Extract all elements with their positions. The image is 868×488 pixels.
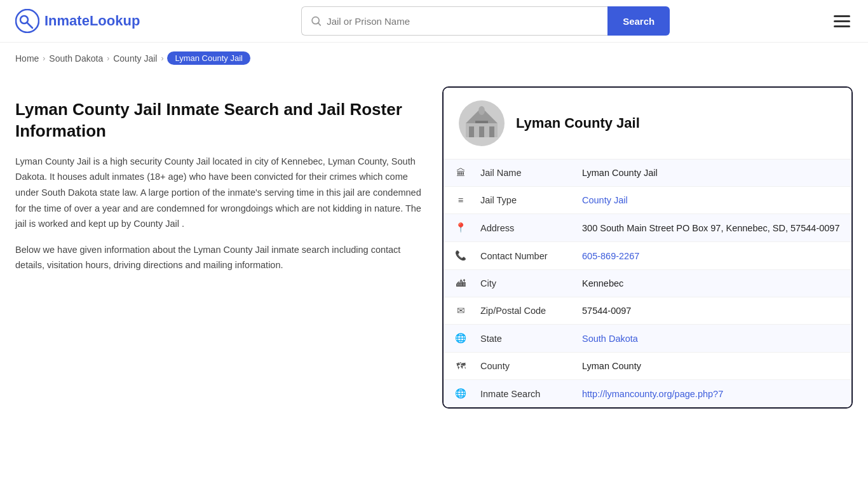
row-value: Lyman County Jail <box>571 159 851 187</box>
svg-line-2 <box>27 23 33 29</box>
row-value-link[interactable]: South Dakota <box>582 334 638 344</box>
jail-info-card: Lyman County Jail 🏛Jail NameLyman County… <box>442 86 853 409</box>
main-content: Lyman County Jail Inmate Search and Jail… <box>0 74 868 434</box>
svg-rect-7 <box>479 126 484 137</box>
svg-rect-6 <box>469 126 474 137</box>
hamburger-line-2 <box>834 20 850 22</box>
row-label: State <box>469 325 571 353</box>
breadcrumb-home[interactable]: Home <box>15 53 39 64</box>
row-label: Zip/Postal Code <box>469 297 571 325</box>
table-row: 🗺CountyLyman County <box>444 353 851 380</box>
site-header: InmateLookup Search <box>0 0 868 43</box>
row-value: South Dakota <box>571 325 851 353</box>
row-value: Lyman County <box>571 353 851 380</box>
row-value: 300 South Main Street PO Box 97, Kennebe… <box>571 214 851 242</box>
row-icon: 🌐 <box>444 325 469 353</box>
table-row: 🌐StateSouth Dakota <box>444 325 851 353</box>
page-heading: Lyman County Jail Inmate Search and Jail… <box>15 99 422 142</box>
chevron-icon-1: › <box>43 54 45 63</box>
jail-card-header: Lyman County Jail <box>444 88 851 159</box>
logo-link[interactable]: InmateLookup <box>15 9 140 33</box>
search-icon <box>311 15 322 27</box>
breadcrumb-state[interactable]: South Dakota <box>49 53 103 64</box>
row-icon: ≡ <box>444 187 469 214</box>
row-value: County Jail <box>571 187 851 214</box>
row-icon: 🏙 <box>444 270 469 297</box>
svg-rect-10 <box>475 121 488 123</box>
hamburger-line-1 <box>834 15 850 17</box>
search-bar: Search <box>301 6 670 36</box>
right-column: Lyman County Jail 🏛Jail NameLyman County… <box>442 86 853 409</box>
svg-point-11 <box>478 106 485 115</box>
table-row: 🏛Jail NameLyman County Jail <box>444 159 851 187</box>
row-label: Address <box>469 214 571 242</box>
table-row: ✉Zip/Postal Code57544-0097 <box>444 297 851 325</box>
chevron-icon-3: › <box>161 54 163 63</box>
row-icon: 🏛 <box>444 159 469 187</box>
row-label: Jail Type <box>469 187 571 214</box>
table-row: 📍Address300 South Main Street PO Box 97,… <box>444 214 851 242</box>
hamburger-line-3 <box>834 25 850 27</box>
row-value-link[interactable]: 605-869-2267 <box>582 251 639 261</box>
logo-text: InmateLookup <box>44 13 140 29</box>
row-label: City <box>469 270 571 297</box>
courthouse-icon <box>463 104 501 142</box>
description-paragraph-1: Lyman County Jail is a high security Cou… <box>15 154 422 232</box>
row-label: Contact Number <box>469 242 571 270</box>
svg-rect-8 <box>489 126 494 137</box>
logo-icon <box>15 9 39 33</box>
row-icon: 📍 <box>444 214 469 242</box>
row-icon: ✉ <box>444 297 469 325</box>
left-column: Lyman County Jail Inmate Search and Jail… <box>15 86 422 409</box>
search-button[interactable]: Search <box>607 6 670 36</box>
row-value-link[interactable]: County Jail <box>582 195 628 205</box>
table-row: ≡Jail TypeCounty Jail <box>444 187 851 214</box>
breadcrumb: Home › South Dakota › County Jail › Lyma… <box>0 43 868 74</box>
table-row: 🏙CityKennebec <box>444 270 851 297</box>
breadcrumb-type[interactable]: County Jail <box>113 53 157 64</box>
row-value: http://lymancounty.org/page.php?7 <box>571 380 851 408</box>
row-value-link[interactable]: http://lymancounty.org/page.php?7 <box>582 389 723 399</box>
row-label: County <box>469 353 571 380</box>
breadcrumb-current: Lyman County Jail <box>167 51 250 65</box>
table-row: 📞Contact Number605-869-2267 <box>444 242 851 270</box>
row-value: Kennebec <box>571 270 851 297</box>
description-paragraph-2: Below we have given information about th… <box>15 242 422 273</box>
jail-avatar <box>459 100 505 146</box>
search-input-wrapper <box>301 6 607 36</box>
jail-card-title: Lyman County Jail <box>516 115 640 132</box>
jail-info-table: 🏛Jail NameLyman County Jail≡Jail TypeCou… <box>444 159 851 407</box>
row-icon: 🌐 <box>444 380 469 408</box>
row-icon: 🗺 <box>444 353 469 380</box>
hamburger-menu-button[interactable] <box>831 13 853 30</box>
row-label: Inmate Search <box>469 380 571 408</box>
row-icon: 📞 <box>444 242 469 270</box>
row-label: Jail Name <box>469 159 571 187</box>
row-value: 57544-0097 <box>571 297 851 325</box>
svg-line-4 <box>318 23 321 25</box>
search-input[interactable] <box>327 16 599 27</box>
chevron-icon-2: › <box>107 54 109 63</box>
row-value: 605-869-2267 <box>571 242 851 270</box>
table-row: 🌐Inmate Searchhttp://lymancounty.org/pag… <box>444 380 851 408</box>
